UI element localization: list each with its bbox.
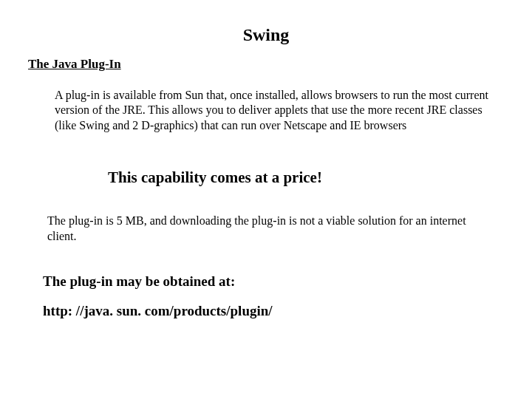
- url-text: http: //java. sun. com/products/plugin/: [43, 303, 532, 319]
- callout-text: This capability comes at a price!: [108, 168, 532, 187]
- slide-container: Swing The Java Plug-In A plug-in is avai…: [0, 0, 532, 399]
- section-heading: The Java Plug-In: [28, 57, 532, 72]
- body-paragraph-1: A plug-in is available from Sun that, on…: [55, 88, 495, 133]
- body-paragraph-2: The plug-in is 5 MB, and downloading the…: [47, 214, 495, 244]
- page-title: Swing: [0, 0, 532, 50]
- obtained-at-label: The plug-in may be obtained at:: [43, 273, 532, 290]
